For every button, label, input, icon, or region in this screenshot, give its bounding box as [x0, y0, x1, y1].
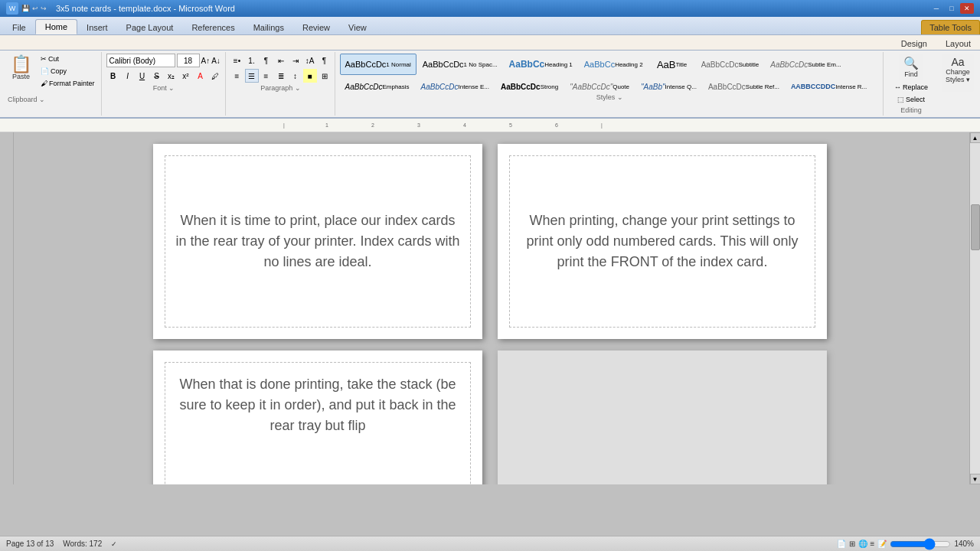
scroll-up-btn[interactable]: ▲	[970, 132, 981, 143]
style-heading1[interactable]: AaBbCcHeading 1	[504, 54, 578, 75]
paragraph-group: ≡• 1. ¶ ⇤ ⇥ ↕A ¶ ≡ ☰ ≡ ≣ ↕ ■ ⊞ Paragraph…	[227, 52, 335, 116]
font-group: A↑ A↓ B I U S x₂ x² A 🖊 Font ⌄	[103, 52, 226, 116]
font-name-input[interactable]	[106, 54, 175, 67]
align-left-button[interactable]: ≡	[230, 69, 244, 83]
view-fullscreen-btn[interactable]: ⊞	[849, 540, 855, 548]
title-bar-left: W 💾 ↩ ↪ 3x5 note cards - template.docx -…	[6, 2, 235, 15]
change-styles-section: Aa Change Styles ▾	[939, 52, 977, 116]
style-intense-q[interactable]: "AaBb"Intense Q...	[635, 76, 702, 93]
line-spacing-button[interactable]: ↕	[289, 69, 302, 83]
shrink-font-btn[interactable]: A↓	[211, 57, 220, 65]
style-quote[interactable]: "AaBbCcDc"Quote	[564, 76, 635, 93]
style-intense-em[interactable]: AaBbCcDcIntense E...	[416, 76, 495, 93]
font-size-input[interactable]	[177, 54, 200, 67]
show-hide-button[interactable]: ¶	[318, 54, 332, 67]
vertical-scrollbar[interactable]: ▲ ▼	[969, 132, 980, 484]
change-styles-button[interactable]: Aa Change Styles ▾	[942, 54, 974, 92]
title-controls: ─ □ ✕	[929, 3, 974, 14]
zoom-slider[interactable]	[890, 540, 951, 548]
ribbon-tabs: File Home Insert Page Layout References …	[0, 17, 980, 35]
page-1: When it is time to print, place our inde…	[153, 144, 482, 339]
tab-view[interactable]: View	[339, 21, 376, 34]
title-bar: W 💾 ↩ ↪ 3x5 note cards - template.docx -…	[0, 0, 980, 17]
grow-font-btn[interactable]: A↑	[201, 57, 211, 65]
bullets-button[interactable]: ≡•	[230, 54, 244, 67]
quick-access-redo[interactable]: ↪	[41, 5, 47, 12]
underline-button[interactable]: U	[136, 69, 149, 83]
view-draft-btn[interactable]: 📝	[877, 540, 887, 548]
borders-button[interactable]: ⊞	[318, 69, 332, 83]
style-heading2[interactable]: AaBbCcHeading 2	[579, 54, 648, 75]
document-area: When it is time to print, place our inde…	[0, 132, 980, 484]
decrease-indent-button[interactable]: ⇤	[274, 54, 288, 67]
numbering-button[interactable]: 1.	[245, 54, 259, 67]
clipboard-label: Clipboard ⌄	[8, 96, 45, 103]
page-row-1: When it is time to print, place our inde…	[153, 144, 827, 339]
card-1-text: When it is time to print, place our inde…	[165, 203, 470, 280]
select-button[interactable]: ⬚ Select	[894, 94, 928, 105]
view-web-btn[interactable]: 🌐	[858, 540, 867, 548]
word-icon: W	[6, 2, 18, 15]
clipboard-actions: ✂ Cut 📄 Copy 🖌 Format Painter	[36, 54, 98, 114]
style-subtitle[interactable]: AaBbCcDcSubtitle	[696, 54, 765, 75]
style-subtle-em[interactable]: AaBbCcDcSubtle Em...	[765, 54, 846, 75]
paste-button[interactable]: 📋 Paste	[6, 54, 36, 83]
tab-insert[interactable]: Insert	[77, 21, 117, 34]
multilevel-button[interactable]: ¶	[260, 54, 273, 67]
left-margin-bar	[0, 132, 14, 484]
italic-button[interactable]: I	[121, 69, 135, 83]
highlight-button[interactable]: 🖊	[208, 69, 222, 83]
style-emphasis[interactable]: AaBbCcDcEmphasis	[340, 76, 415, 93]
scroll-down-btn[interactable]: ▼	[970, 474, 981, 484]
quick-access-save[interactable]: 💾	[21, 5, 30, 12]
tab-review[interactable]: Review	[293, 21, 339, 34]
tab-mailings[interactable]: Mailings	[244, 21, 293, 34]
close-btn[interactable]: ✕	[960, 3, 974, 14]
style-intense-r[interactable]: AABBCCDDCIntense R...	[786, 76, 872, 93]
cut-button[interactable]: ✂ Cut	[38, 54, 98, 64]
copy-button[interactable]: 📄 Copy	[38, 66, 98, 77]
sort-button[interactable]: ↕A	[303, 54, 317, 67]
view-print-btn[interactable]: 📄	[837, 540, 846, 548]
align-right-button[interactable]: ≡	[260, 69, 273, 83]
quick-access-undo[interactable]: ↩	[32, 5, 38, 12]
tab-home[interactable]: Home	[35, 19, 77, 34]
style-no-spacing[interactable]: AaBbCcDc1 No Spac...	[417, 54, 503, 75]
tab-page-layout[interactable]: Page Layout	[117, 21, 183, 34]
font-group-label: Font ⌄	[106, 84, 222, 92]
increase-indent-button[interactable]: ⇥	[289, 54, 302, 67]
minimize-btn[interactable]: ─	[929, 3, 943, 14]
card-2-border: When printing, change your print setting…	[509, 155, 815, 328]
style-subtle-ref[interactable]: AaBbCcDcSubtle Ref...	[703, 76, 785, 93]
view-outline-btn[interactable]: ≡	[871, 540, 875, 548]
scroll-thumb[interactable]	[971, 204, 980, 250]
page-3: When that is done printing, take the sta…	[153, 350, 482, 484]
tab-references[interactable]: References	[182, 21, 243, 34]
find-button[interactable]: 🔍 Find	[899, 54, 923, 80]
find-icon: 🔍	[903, 56, 919, 70]
styles-group-label: Styles ⌄	[340, 93, 880, 101]
justify-button[interactable]: ≣	[274, 69, 288, 83]
page-row-2: When that is done printing, take the sta…	[153, 350, 827, 484]
style-title[interactable]: AaBTitle	[649, 54, 695, 75]
format-painter-button[interactable]: 🖌 Format Painter	[38, 78, 98, 89]
align-center-button[interactable]: ☰	[245, 69, 259, 83]
tab-file[interactable]: File	[3, 21, 35, 34]
zoom-level: 140%	[954, 540, 974, 548]
superscript-button[interactable]: x²	[179, 69, 193, 83]
tab-layout[interactable]: Layout	[936, 37, 980, 50]
status-bar: Page 13 of 13 Words: 172 ✓ 📄 ⊞ 🌐 ≡ 📝 140…	[0, 536, 980, 551]
strikethrough-button[interactable]: S	[150, 69, 164, 83]
style-normal[interactable]: AaBbCcDc1 Normal	[340, 54, 416, 75]
status-right: 📄 ⊞ 🌐 ≡ 📝 140%	[837, 540, 974, 548]
replace-button[interactable]: ↔ Replace	[891, 82, 931, 93]
tab-design[interactable]: Design	[892, 37, 936, 50]
shading-button[interactable]: ■	[303, 69, 317, 83]
subscript-button[interactable]: x₂	[165, 69, 178, 83]
card-3-text: When that is done printing, take the sta…	[165, 363, 470, 448]
style-strong[interactable]: AaBbCcDcStrong	[495, 76, 564, 93]
text-color-button[interactable]: A	[194, 69, 207, 83]
card-3-border: When that is done printing, take the sta…	[165, 362, 471, 484]
maximize-btn[interactable]: □	[945, 3, 959, 14]
bold-button[interactable]: B	[106, 69, 120, 83]
